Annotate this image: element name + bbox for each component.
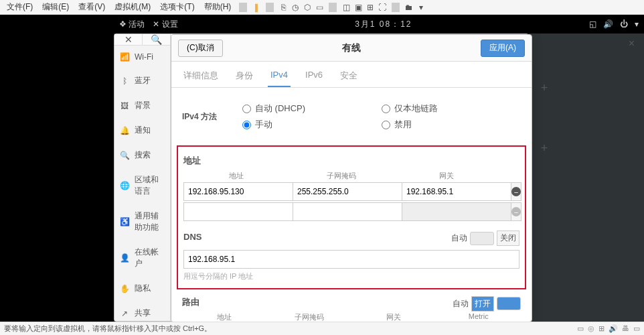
pause-icon[interactable]: ‖	[251, 2, 262, 13]
tool-icon-3[interactable]: ⬡	[302, 2, 313, 13]
sidebar-item-bluetooth[interactable]: ᛒ蓝牙	[114, 68, 170, 93]
gnome-topbar: ❖ 活动 ✕ 设置 3月1 08：12 ◱ 🔊 ⏻ ▾	[114, 15, 644, 34]
tab-security[interactable]: 安全	[337, 66, 360, 87]
sidebar-item-online-accounts[interactable]: 👤在线帐户	[114, 240, 170, 276]
menu-help[interactable]: 帮助(H)	[200, 0, 236, 14]
dropdown-icon[interactable]: ▾	[416, 2, 426, 13]
gateway-input[interactable]	[402, 182, 511, 201]
connection-dialog: (C)取消 有线 应用(A) 详细信息 身份 IPv4 IPv6 安全 IPv4…	[171, 34, 532, 322]
apply-button[interactable]: 应用(A)	[481, 40, 525, 57]
menu-view[interactable]: 查看(V)	[74, 0, 109, 14]
settings-content: + + (C)取消 有线 应用(A) 详细信息 身份 IPv4 IPv6 安全 …	[171, 34, 528, 321]
radio-dhcp[interactable]: 自动 (DHCP)	[242, 103, 382, 115]
clock[interactable]: 3月1 08：12	[178, 19, 589, 30]
radio-manual[interactable]: 手动	[242, 119, 382, 131]
netmask-input-empty[interactable]	[293, 202, 402, 221]
dns-auto-switch[interactable]	[470, 232, 494, 245]
tool-icon-4[interactable]: ▭	[314, 2, 325, 13]
bell-icon: 🔔	[120, 126, 129, 135]
tray-icon[interactable]: 🔊	[609, 324, 618, 333]
tool-icon-2[interactable]: ◷	[290, 2, 301, 13]
layout-icon-3[interactable]: ⊞	[365, 2, 376, 13]
col-address: 地址	[183, 171, 289, 181]
netmask-input[interactable]	[293, 182, 402, 201]
dns-title: DNS	[183, 232, 202, 242]
radio-disabled[interactable]: 禁用	[382, 119, 521, 131]
address-input[interactable]	[183, 182, 293, 201]
add-connection-button[interactable]: +	[538, 81, 551, 94]
route-col-mask: 子网掩码	[267, 312, 352, 322]
vm-menubar: 文件(F) 编辑(E) 查看(V) 虚拟机(M) 选项卡(T) 帮助(H) ‖ …	[0, 0, 644, 15]
tab-ipv4[interactable]: IPv4	[268, 66, 291, 87]
tray-icon[interactable]: 🖶	[622, 324, 629, 333]
address-row: –	[183, 182, 519, 201]
route-col-gw: 网关	[351, 312, 436, 322]
tray-icon[interactable]: ▭	[633, 324, 640, 333]
sidebar-item-notifications[interactable]: 🔔通知	[114, 118, 170, 143]
menu-edit[interactable]: 编辑(E)	[38, 0, 73, 14]
status-message: 要将输入定向到该虚拟机，请将鼠标指针移入其中或按 Ctrl+G。	[4, 324, 212, 334]
sidebar-item-wifi[interactable]: 📶Wi-Fi	[114, 46, 170, 68]
routes-on-label: 打开	[471, 296, 494, 312]
tray-icon[interactable]: ▭	[577, 324, 584, 333]
fullscreen-icon[interactable]: ⛶	[377, 2, 388, 13]
gateway-input-empty[interactable]	[402, 202, 511, 221]
account-icon: 👤	[120, 253, 129, 263]
tray-icon[interactable]: ◎	[588, 324, 594, 333]
ipv4-method-label: IPv4 方法	[182, 111, 242, 123]
routes-auto-label: 自动	[453, 298, 469, 310]
accessibility-icon: ♿	[120, 217, 129, 226]
routes-title: 路由	[182, 296, 199, 308]
cancel-button[interactable]: (C)取消	[178, 40, 223, 57]
activities-button[interactable]: ❖ 活动	[119, 19, 145, 30]
addresses-title: 地址	[183, 155, 519, 167]
close-button[interactable]: ×	[629, 38, 635, 50]
add-connection-button-2[interactable]: +	[538, 141, 551, 155]
address-row-empty: –	[183, 202, 519, 221]
col-gateway: 网关	[394, 171, 499, 181]
delete-row-button-2[interactable]: –	[511, 202, 521, 221]
tray-icon[interactable]: ⊞	[598, 324, 605, 333]
sidebar-item-background[interactable]: 🖼背景	[114, 93, 170, 118]
radio-linklocal[interactable]: 仅本地链路	[382, 103, 521, 115]
dialog-title: 有线	[342, 42, 361, 54]
bluetooth-icon: ᛒ	[120, 76, 129, 86]
network-status-icon[interactable]: ◱	[589, 19, 596, 29]
sidebar-item-privacy[interactable]: ✋隐私	[114, 276, 170, 301]
settings-sidebar: ✕ 🔍 📶Wi-Fi ᛒ蓝牙 🖼背景 🔔通知 🔍搜索 🌐区域和语言 ♿通用辅助功…	[114, 34, 171, 321]
layout-icon-2[interactable]: ▣	[353, 2, 364, 13]
folder-icon[interactable]: 🖿	[404, 2, 414, 13]
menu-file[interactable]: 文件(F)	[3, 0, 37, 14]
sidebar-item-region[interactable]: 🌐区域和语言	[114, 168, 170, 204]
volume-icon[interactable]: 🔊	[603, 19, 613, 29]
settings-window: ✕ 🔍 📶Wi-Fi ᛒ蓝牙 🖼背景 🔔通知 🔍搜索 🌐区域和语言 ♿通用辅助功…	[114, 34, 529, 322]
col-netmask: 子网掩码	[289, 171, 394, 181]
dns-hint: 用逗号分隔的 IP 地址	[183, 271, 519, 281]
sidebar-tool-button[interactable]: ✕	[114, 34, 143, 45]
tab-detail[interactable]: 详细信息	[181, 66, 221, 87]
tab-identity[interactable]: 身份	[233, 66, 256, 87]
privacy-icon: ✋	[120, 284, 129, 293]
layout-icon-1[interactable]: ◫	[341, 2, 351, 13]
sharing-icon: ↗	[120, 309, 129, 318]
routes-auto-switch[interactable]	[497, 297, 521, 310]
address-input-empty[interactable]	[183, 202, 293, 221]
tool-icon-1[interactable]: ⎘	[278, 2, 289, 13]
settings-app-indicator[interactable]: ✕ 设置	[153, 19, 177, 30]
dns-auto-label: 自动	[451, 232, 467, 244]
dialog-tabs: 详细信息 身份 IPv4 IPv6 安全	[171, 62, 532, 88]
globe-icon: 🌐	[120, 181, 129, 190]
menu-tabs[interactable]: 选项卡(T)	[156, 0, 198, 14]
menu-caret-icon[interactable]: ▾	[635, 19, 639, 29]
sidebar-item-search[interactable]: 🔍搜索	[114, 143, 170, 168]
menu-vm[interactable]: 虚拟机(M)	[110, 0, 155, 14]
background-icon: 🖼	[120, 101, 129, 111]
power-icon[interactable]: ⏻	[620, 19, 628, 29]
sidebar-item-accessibility[interactable]: ♿通用辅助功能	[114, 204, 170, 240]
dns-input[interactable]	[183, 250, 519, 269]
delete-row-button[interactable]: –	[511, 182, 521, 201]
sidebar-search-button[interactable]: 🔍	[143, 34, 170, 45]
tab-ipv6[interactable]: IPv6	[303, 66, 325, 87]
dns-off-label: 关闭	[497, 230, 519, 246]
route-col-metric: Metric	[436, 312, 521, 322]
